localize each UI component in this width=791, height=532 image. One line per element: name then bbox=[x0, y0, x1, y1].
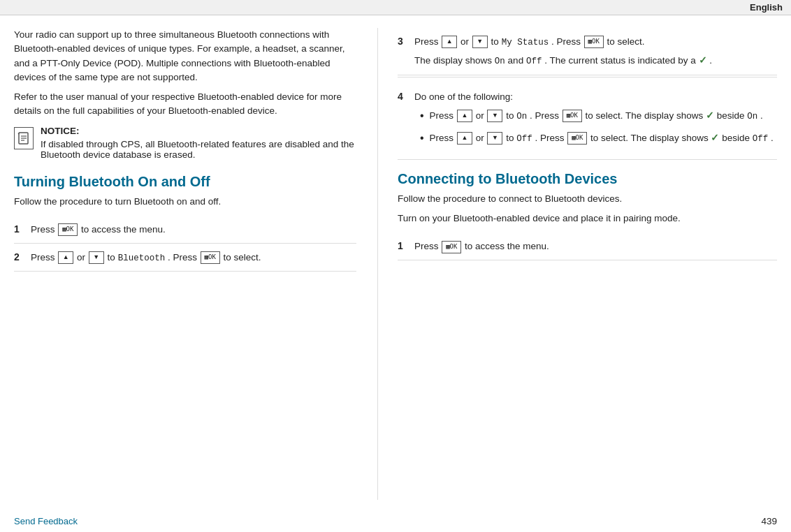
b2-beside: beside bbox=[722, 133, 750, 143]
b1-on: On bbox=[747, 112, 757, 121]
down-button-icon-4a bbox=[487, 110, 502, 122]
step-3-body: Press or to My Status . Press ▩OK to sel… bbox=[414, 35, 777, 69]
b2-to: to bbox=[506, 133, 514, 143]
b2-press: . Press bbox=[535, 133, 565, 143]
step-1-num: 1 bbox=[14, 223, 31, 235]
b1-to: to bbox=[506, 110, 514, 121]
step-3-press: . Press bbox=[551, 36, 581, 47]
bullet-list: Press or to On . Press ▩OK to select. Th… bbox=[420, 109, 777, 147]
step-4-row: 4 Do one of the following: Press or to O… bbox=[398, 84, 777, 158]
intro-p1: Your radio can support up to three simul… bbox=[14, 28, 356, 84]
footer: Send Feedback 439 bbox=[0, 510, 791, 532]
step-3-or: or bbox=[460, 36, 469, 47]
down-button-icon-2 bbox=[89, 251, 104, 264]
step-2-press: . Press bbox=[168, 252, 197, 263]
up-button-icon-3 bbox=[442, 36, 457, 48]
divider-3-4 bbox=[398, 77, 777, 77]
step-3-note: The display shows bbox=[414, 55, 492, 66]
notice-box: NOTICE: If disabled through CPS, all Blu… bbox=[14, 126, 356, 160]
step-3-off: Off bbox=[526, 57, 542, 66]
up-button-icon-4a bbox=[457, 110, 472, 122]
bullet-1-content: Press or to On . Press ▩OK to select. Th… bbox=[430, 109, 763, 124]
page-content: Your radio can support up to three simul… bbox=[0, 15, 791, 507]
step-4-num: 4 bbox=[398, 90, 414, 102]
right-column: 3 Press or to My Status . Press ▩OK to s… bbox=[377, 28, 777, 500]
notice-icon bbox=[14, 127, 34, 149]
step-4-text: Do one of the following: bbox=[414, 90, 777, 105]
step-2-post: to select. bbox=[223, 252, 261, 263]
ok-button-icon-3: ▩OK bbox=[584, 36, 604, 48]
step-1-text: Press bbox=[31, 224, 55, 235]
divider-section2 bbox=[398, 159, 777, 160]
step-2-or: or bbox=[77, 252, 85, 263]
section-heading-bluetooth-on-off: Turning Bluetooth On and Off bbox=[14, 172, 356, 191]
steps-left: 1 Press ▩OK to access the menu. 2 Press … bbox=[14, 216, 356, 272]
page-number: 439 bbox=[761, 516, 777, 526]
step-1-row: 1 Press ▩OK to access the menu. bbox=[14, 216, 356, 244]
step-1b-row: 1 Press ▩OK to access the menu. bbox=[398, 232, 777, 260]
bullet-2: Press or to Off . Press ▩OK to select. T… bbox=[420, 131, 777, 147]
ok-button-icon-2: ▩OK bbox=[201, 251, 220, 264]
section2-intro2: Turn on your Bluetooth-enabled device an… bbox=[398, 212, 777, 226]
step-4-body: Do one of the following: Press or to On … bbox=[414, 90, 777, 154]
checkmark-4a: ✓ bbox=[706, 110, 714, 121]
up-button-icon-4b bbox=[457, 132, 472, 145]
b1-post: to select. The display shows bbox=[586, 110, 704, 121]
ok-button-icon-1b: ▩OK bbox=[442, 241, 461, 253]
ok-button-icon-1: ▩OK bbox=[58, 223, 78, 236]
step-1b-text: Press bbox=[414, 241, 439, 251]
step-3-to: to bbox=[491, 36, 499, 47]
top-bar: English bbox=[0, 0, 791, 15]
b2-or: or bbox=[476, 133, 484, 143]
step-3-on: On bbox=[495, 57, 505, 66]
ok-button-icon-4a: ▩OK bbox=[563, 110, 582, 122]
step-3-row: 3 Press or to My Status . Press ▩OK to s… bbox=[398, 28, 777, 75]
notice-body: If disabled through CPS, all Bluetooth-r… bbox=[41, 139, 356, 160]
step-2-to: to bbox=[108, 252, 115, 263]
b2-pre: Press bbox=[430, 133, 454, 143]
section-intro: Follow the procedure to turn Bluetooth o… bbox=[14, 195, 356, 209]
b1-beside: beside bbox=[717, 110, 745, 121]
section2-intro1: Follow the procedure to connect to Bluet… bbox=[398, 192, 777, 206]
step-3-note2: . The current status is indicated by a bbox=[544, 55, 696, 66]
left-column: Your radio can support up to three simul… bbox=[14, 28, 356, 500]
step-3-code: My Status bbox=[502, 38, 549, 47]
step-1b-body: Press ▩OK to access the menu. bbox=[414, 239, 777, 254]
checkmark-4b: ✓ bbox=[711, 133, 719, 143]
step-3-pre: Press bbox=[414, 36, 439, 47]
step-2-body: Press or to Bluetooth . Press ▩OK to sel… bbox=[31, 251, 356, 265]
step-3-dot: . bbox=[709, 55, 712, 66]
step-3-post: to select. bbox=[607, 36, 644, 47]
step-1b-mid: to access the menu. bbox=[465, 241, 549, 251]
b1-press: . Press bbox=[530, 110, 559, 121]
notice-title: NOTICE: bbox=[41, 126, 356, 136]
step-2-pre: Press bbox=[31, 252, 55, 263]
bullet-2-content: Press or to Off . Press ▩OK to select. T… bbox=[430, 131, 774, 146]
checkmark-3: ✓ bbox=[699, 55, 707, 66]
down-button-icon-4b bbox=[487, 132, 502, 145]
b2-code: Off bbox=[516, 134, 532, 144]
b1-end: . bbox=[760, 110, 763, 121]
language-label: English bbox=[750, 2, 783, 13]
step-3-num: 3 bbox=[398, 35, 414, 47]
step-1-body: Press ▩OK to access the menu. bbox=[31, 223, 356, 237]
down-button-icon-3 bbox=[472, 36, 488, 48]
b2-end: . bbox=[771, 133, 774, 143]
b1-or: or bbox=[476, 110, 484, 121]
b1-pre: Press bbox=[430, 110, 454, 121]
step-1b-num: 1 bbox=[398, 239, 414, 251]
step-2-code: Bluetooth bbox=[118, 253, 166, 263]
bullet-1: Press or to On . Press ▩OK to select. Th… bbox=[420, 109, 777, 124]
b2-post: to select. The display shows bbox=[590, 133, 709, 143]
intro-p2: Refer to the user manual of your respect… bbox=[14, 90, 356, 119]
steps-right: 1 Press ▩OK to access the menu. bbox=[398, 232, 777, 260]
up-button-icon-2 bbox=[58, 251, 73, 264]
step-2-row: 2 Press or to Bluetooth . Press ▩OK to s… bbox=[14, 244, 356, 272]
ok-button-icon-4b: ▩OK bbox=[567, 132, 587, 145]
step-3-and: and bbox=[508, 55, 524, 66]
b2-off: Off bbox=[753, 134, 769, 144]
step-2-num: 2 bbox=[14, 251, 31, 263]
section-heading-connecting: Connecting to Bluetooth Devices bbox=[398, 170, 777, 188]
send-feedback-link[interactable]: Send Feedback bbox=[14, 516, 78, 526]
b1-code: On bbox=[516, 112, 527, 121]
